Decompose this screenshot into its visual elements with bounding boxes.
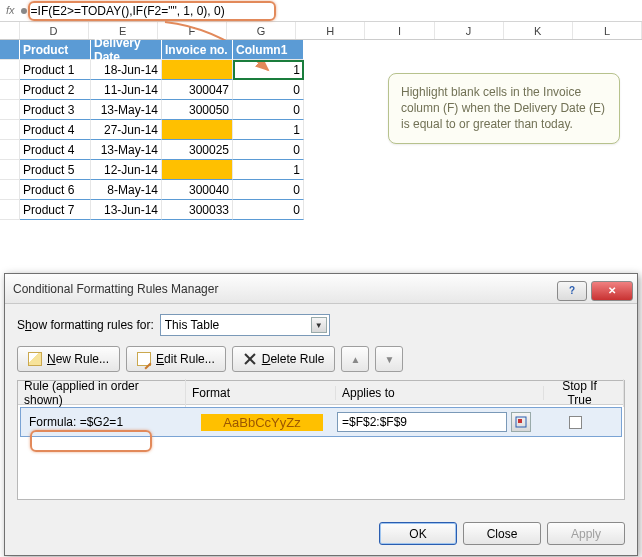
cell-column1[interactable]: 0: [233, 140, 304, 160]
range-picker-button[interactable]: [511, 412, 531, 432]
ok-button[interactable]: OK: [379, 522, 457, 545]
fx-label: fx: [6, 5, 15, 16]
applies-to-input[interactable]: [337, 412, 507, 432]
table-row: Product 68-May-143000400: [0, 180, 642, 200]
cell-invoice-no[interactable]: 300047: [162, 80, 233, 100]
cell-product[interactable]: Product 6: [20, 180, 91, 200]
scope-label: Show formatting rules for:: [17, 318, 154, 332]
edit-rule-button[interactable]: Edit Rule...: [126, 346, 226, 372]
rule-row[interactable]: Formula: =$G2=1 AaBbCcYyZz: [20, 407, 622, 437]
col-header-D[interactable]: D: [20, 22, 89, 39]
col-header-F[interactable]: F: [158, 22, 227, 39]
header-invoice-no[interactable]: Invoice no.: [162, 40, 233, 60]
dialog-title-bar[interactable]: Conditional Formatting Rules Manager ? ✕: [5, 274, 637, 304]
col-header-K[interactable]: K: [504, 22, 573, 39]
cell-invoice-no[interactable]: [162, 120, 233, 140]
close-button[interactable]: ✕: [591, 281, 633, 301]
cell-delivery-date[interactable]: 13-May-14: [91, 140, 162, 160]
scope-value: This Table: [165, 318, 219, 332]
new-rule-icon: [28, 352, 42, 366]
cell-column1[interactable]: 1: [233, 120, 304, 140]
cell-column1[interactable]: 0: [233, 80, 304, 100]
col-applies: Applies to: [336, 386, 544, 400]
cell-product[interactable]: Product 7: [20, 200, 91, 220]
col-header-L[interactable]: L: [573, 22, 642, 39]
col-stop: Stop If True: [544, 379, 624, 407]
scope-select[interactable]: This Table ▼: [160, 314, 330, 336]
dialog-title: Conditional Formatting Rules Manager: [13, 282, 218, 296]
apply-button[interactable]: Apply: [547, 522, 625, 545]
col-header-G[interactable]: G: [227, 22, 296, 39]
header-column1[interactable]: Column1: [233, 40, 304, 60]
stop-if-true-checkbox[interactable]: [569, 416, 582, 429]
delete-rule-icon: [243, 352, 257, 366]
col-header-I[interactable]: I: [365, 22, 434, 39]
chevron-down-icon: ▼: [311, 317, 327, 333]
cell-delivery-date[interactable]: 13-May-14: [91, 100, 162, 120]
range-picker-icon: [515, 416, 527, 428]
col-rule: Rule (applied in order shown): [18, 379, 186, 407]
cell-delivery-date[interactable]: 8-May-14: [91, 180, 162, 200]
formula-input[interactable]: =IF(E2>=TODAY(),IF(F2="", 1, 0), 0): [31, 4, 225, 18]
cell-product[interactable]: Product 4: [20, 120, 91, 140]
col-header-H[interactable]: H: [296, 22, 365, 39]
cell-column1[interactable]: 1: [233, 60, 304, 80]
header-delivery-date[interactable]: Delivery Date: [91, 40, 162, 60]
table-row: Product 713-Jun-143000330: [0, 200, 642, 220]
cell-column1[interactable]: 0: [233, 180, 304, 200]
move-up-button[interactable]: ▲: [341, 346, 369, 372]
delete-rule-button[interactable]: Delete Rule: [232, 346, 336, 372]
cell-invoice-no[interactable]: 300025: [162, 140, 233, 160]
col-format: Format: [186, 386, 336, 400]
col-header-J[interactable]: J: [435, 22, 504, 39]
table-row: Product 512-Jun-141: [0, 160, 642, 180]
cell-delivery-date[interactable]: 27-Jun-14: [91, 120, 162, 140]
explanation-callout: Highlight blank cells in the Invoice col…: [388, 73, 620, 144]
cell-product[interactable]: Product 3: [20, 100, 91, 120]
cell-invoice-no[interactable]: 300033: [162, 200, 233, 220]
cell-delivery-date[interactable]: 13-Jun-14: [91, 200, 162, 220]
new-rule-button[interactable]: New Rule...: [17, 346, 120, 372]
cell-invoice-no[interactable]: [162, 160, 233, 180]
cell-invoice-no[interactable]: 300050: [162, 100, 233, 120]
cell-product[interactable]: Product 1: [20, 60, 91, 80]
formula-bar: fx =IF(E2>=TODAY(),IF(F2="", 1, 0), 0): [0, 0, 642, 22]
cell-product[interactable]: Product 5: [20, 160, 91, 180]
cell-delivery-date[interactable]: 18-Jun-14: [91, 60, 162, 80]
table-header-row: Product Delivery Date Invoice no. Column…: [0, 40, 642, 60]
move-down-button[interactable]: ▼: [375, 346, 403, 372]
cell-product[interactable]: Product 4: [20, 140, 91, 160]
close-dialog-button[interactable]: Close: [463, 522, 541, 545]
format-preview: AaBbCcYyZz: [201, 414, 322, 431]
cell-invoice-no[interactable]: [162, 60, 233, 80]
cell-delivery-date[interactable]: 11-Jun-14: [91, 80, 162, 100]
cell-invoice-no[interactable]: 300040: [162, 180, 233, 200]
anchor-indicator: [21, 8, 27, 14]
cell-column1[interactable]: 0: [233, 200, 304, 220]
header-product[interactable]: Product: [20, 40, 91, 60]
cell-product[interactable]: Product 2: [20, 80, 91, 100]
cell-column1[interactable]: 0: [233, 100, 304, 120]
svg-rect-1: [518, 419, 522, 423]
rules-list: Rule (applied in order shown) Format App…: [17, 380, 625, 500]
edit-rule-icon: [137, 352, 151, 366]
cell-delivery-date[interactable]: 12-Jun-14: [91, 160, 162, 180]
cell-column1[interactable]: 1: [233, 160, 304, 180]
rule-formula-text: Formula: =$G2=1: [21, 415, 187, 429]
col-header-spacer: [0, 22, 20, 39]
help-button[interactable]: ?: [557, 281, 587, 301]
conditional-formatting-dialog: Conditional Formatting Rules Manager ? ✕…: [4, 273, 638, 556]
